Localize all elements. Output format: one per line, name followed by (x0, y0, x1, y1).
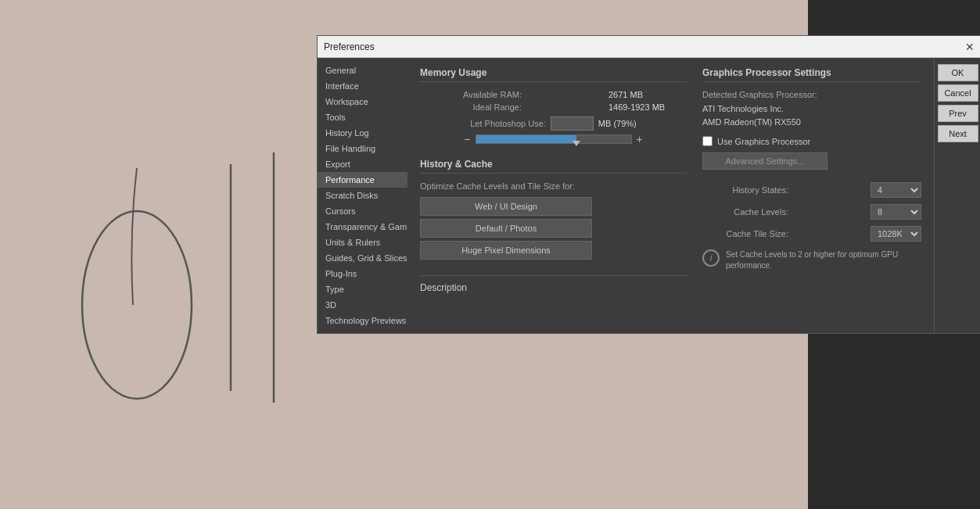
sidebar-item-interface[interactable]: Interface (318, 78, 407, 94)
hc-right-section: History States: 4 8 16 20 Cache Levels: … (702, 182, 921, 271)
sidebar-item-technology-previews[interactable]: Technology Previews (318, 313, 407, 328)
use-gpu-row: Use Graphics Processor (702, 136, 921, 146)
web-ui-design-button[interactable]: Web / UI Design (420, 197, 592, 216)
memory-section-header: Memory Usage (420, 67, 687, 82)
memory-slider-fill (476, 135, 577, 143)
action-buttons-panel: OK Cancel Prev Next (934, 58, 980, 333)
sidebar-item-general[interactable]: General (318, 63, 407, 78)
cache-levels-label: Cache Levels: (702, 207, 788, 217)
ideal-range-label: Ideal Range: (420, 102, 522, 112)
memory-section: Memory Usage Available RAM: 2671 MB Idea… (420, 67, 687, 145)
cancel-button[interactable]: Cancel (938, 84, 978, 102)
gpu-section: Graphics Processor Settings Detected Gra… (702, 67, 921, 170)
preferences-dialog: Preferences ✕ General Interface Workspac… (317, 35, 980, 334)
sidebar-item-export[interactable]: Export (318, 156, 407, 172)
sidebar-item-scratch-disks[interactable]: Scratch Disks (318, 188, 407, 203)
dialog-titlebar: Preferences ✕ (318, 36, 980, 58)
sidebar-item-type[interactable]: Type (318, 281, 407, 297)
info-icon: i (702, 249, 720, 267)
memory-slider-row: − + (420, 134, 687, 145)
optimize-label: Optimize Cache Levels and Tile Size for: (420, 181, 687, 191)
slider-decrease-button[interactable]: − (464, 134, 470, 145)
gpu-section-header: Graphics Processor Settings (702, 67, 921, 82)
history-states-select[interactable]: 4 8 16 20 (871, 182, 921, 198)
prev-button[interactable]: Prev (938, 105, 978, 122)
history-states-row: History States: 4 8 16 20 (702, 182, 921, 198)
sidebar: General Interface Workspace Tools Histor… (318, 58, 407, 333)
info-text: Set Cache Levels to 2 or higher for opti… (726, 249, 921, 271)
dialog-title: Preferences (324, 41, 375, 52)
cache-levels-row: Cache Levels: 8 4 6 (702, 204, 921, 220)
let-use-row: Let Photoshop Use: 2110 MB (79%) (420, 116, 687, 131)
available-ram-label: Available RAM: (420, 90, 522, 99)
ideal-range-row: Ideal Range: 1469-1923 MB (420, 102, 687, 112)
let-use-label: Let Photoshop Use: (470, 119, 546, 128)
mb-pct-label: MB (79%) (598, 119, 637, 128)
sidebar-item-workspace[interactable]: Workspace (318, 94, 407, 109)
sidebar-item-cursors[interactable]: Cursors (318, 203, 407, 219)
huge-pixel-button[interactable]: Huge Pixel Dimensions (420, 241, 592, 260)
advanced-settings-button[interactable]: Advanced Settings... (702, 152, 827, 170)
ok-button[interactable]: OK (938, 64, 978, 81)
memory-slider-track[interactable] (476, 134, 632, 144)
cache-levels-select[interactable]: 8 4 6 (871, 204, 921, 220)
available-ram-row: Available RAM: 2671 MB (420, 90, 687, 99)
info-row: i Set Cache Levels to 2 or higher for op… (702, 249, 921, 271)
gpu-line1: ATI Technologies Inc. (702, 104, 784, 113)
history-cache-header: History & Cache (420, 159, 687, 174)
sidebar-item-tools[interactable]: Tools (318, 109, 407, 125)
next-button[interactable]: Next (938, 125, 978, 142)
slider-increase-button[interactable]: + (637, 134, 643, 145)
sidebar-item-units-rulers[interactable]: Units & Rulers (318, 235, 407, 250)
main-content: Memory Usage Available RAM: 2671 MB Idea… (407, 58, 934, 333)
dialog-body: General Interface Workspace Tools Histor… (318, 58, 980, 333)
dialog-close-button[interactable]: ✕ (965, 41, 975, 52)
gpu-line2: AMD Radeon(TM) RX550 (702, 117, 801, 127)
default-photos-button[interactable]: Default / Photos (420, 219, 592, 238)
left-section: Memory Usage Available RAM: 2671 MB Idea… (420, 67, 687, 324)
use-gpu-label[interactable]: Use Graphics Processor (717, 137, 810, 146)
cache-tile-label: Cache Tile Size: (702, 229, 788, 238)
sidebar-item-file-handling[interactable]: File Handling (318, 141, 407, 156)
description-label: Description (420, 282, 467, 293)
gpu-detected-label: Detected Graphics Processor: (702, 90, 921, 99)
description-section: Description (420, 275, 687, 293)
sidebar-item-performance[interactable]: Performance (318, 172, 407, 188)
cache-tile-select[interactable]: 1028K 512K 256K (871, 226, 921, 242)
sidebar-item-history-log[interactable]: History Log (318, 125, 407, 141)
available-ram-value: 2671 MB (608, 90, 687, 99)
sidebar-item-transparency-gamut[interactable]: Transparency & Gamut (318, 219, 407, 235)
history-states-label: History States: (702, 185, 788, 195)
sidebar-item-plug-ins[interactable]: Plug-Ins (318, 266, 407, 281)
let-use-input[interactable]: 2110 (551, 116, 594, 131)
ideal-range-value: 1469-1923 MB (608, 102, 687, 112)
history-cache-section: History & Cache Optimize Cache Levels an… (420, 159, 687, 260)
gpu-name: ATI Technologies Inc. AMD Radeon(TM) RX5… (702, 102, 921, 128)
sidebar-item-guides-grid-slices[interactable]: Guides, Grid & Slices (318, 250, 407, 266)
memory-slider-thumb (573, 141, 580, 146)
use-gpu-checkbox[interactable] (702, 136, 713, 146)
cache-tile-row: Cache Tile Size: 1028K 512K 256K (702, 226, 921, 242)
sidebar-item-3d[interactable]: 3D (318, 297, 407, 313)
right-section: Graphics Processor Settings Detected Gra… (702, 67, 921, 324)
